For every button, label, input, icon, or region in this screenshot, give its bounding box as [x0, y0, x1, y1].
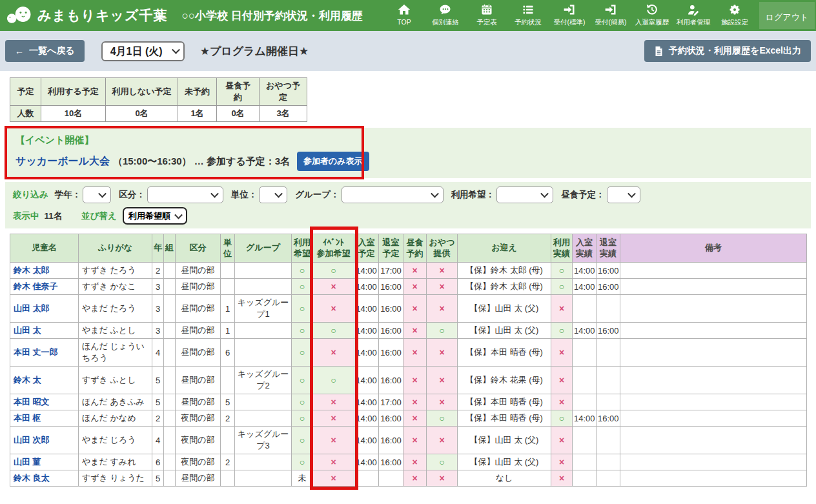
- main-nav: TOP個別連絡予定表予約状況受付(標準)受付(簡易)入退室履歴利用者管理施設設定: [383, 0, 755, 31]
- cell-out_plan: 16:00: [379, 427, 403, 454]
- cell-out_plan: 16:00: [379, 410, 403, 427]
- nav-item-label: 受付(簡易): [595, 18, 627, 27]
- filter-select-4[interactable]: [496, 186, 553, 203]
- cell-out_act: [597, 394, 620, 410]
- col-header-name: 児童名: [10, 234, 79, 263]
- nav-item-3[interactable]: 予約状況: [507, 0, 549, 31]
- sort-label: 並び替え: [81, 210, 117, 222]
- filter-select-3[interactable]: [342, 186, 444, 203]
- summary-header-row: 予定利用する予定利用しない予定未予約昼食予約おやつ予定: [10, 78, 307, 106]
- cell-in_plan: 14:00: [354, 394, 379, 410]
- col-header-snack: おやつ 提供: [427, 234, 458, 263]
- cell-year: 5: [152, 470, 164, 487]
- cell-unit: 6: [221, 339, 235, 367]
- cell-out_plan: 16:00: [379, 279, 403, 295]
- table-row: 山田 太郎やまだ たろう3昼間の部1キッズグループ1○×14:0016:00××…: [10, 295, 807, 323]
- cell-event: ×: [313, 470, 354, 487]
- nav-item-5[interactable]: 受付(簡易): [590, 0, 631, 31]
- cell-lunch: ×: [403, 279, 427, 295]
- col-header-out_plan: 退室 予定: [379, 234, 403, 263]
- nav-item-0[interactable]: TOP: [383, 0, 425, 31]
- cell-event: ×: [313, 394, 354, 410]
- nav-item-4[interactable]: 受付(標準): [549, 0, 590, 31]
- summary-header-cell: 予定: [10, 78, 41, 106]
- cell-wish: ○: [292, 279, 313, 295]
- filter-label-1: 区分：: [119, 189, 145, 201]
- filter-select-1[interactable]: [147, 186, 223, 203]
- sort-row: 表示中 11名 並び替え 利用希望順: [13, 207, 803, 225]
- excel-export-button[interactable]: 予約状況・利用履歴をExcel出力: [644, 40, 811, 62]
- col-header-note: 備考: [620, 234, 807, 263]
- nav-item-8[interactable]: 施設設定: [714, 0, 755, 31]
- cell-unit: [221, 427, 235, 454]
- cell-name[interactable]: 本田 丈一郎: [10, 339, 79, 367]
- cell-year: 3: [152, 295, 164, 323]
- cell-pickup: 【保】山田 太 (父): [458, 323, 551, 339]
- cell-group: キッズグループ3: [235, 427, 292, 454]
- cell-snack: ×: [427, 427, 458, 454]
- filter-select-0[interactable]: [83, 186, 111, 203]
- summary-value-row: 人数10名0名1名0名3名: [10, 106, 307, 122]
- cell-kana: ほんだ かなめ: [79, 410, 152, 427]
- page-title: ○○小学校 日付別予約状況・利用履歴: [181, 8, 362, 23]
- cell-unit: [221, 367, 235, 394]
- cell-in_act: [573, 339, 597, 367]
- filter-select-wrap: [259, 186, 287, 203]
- cell-kana: やまだ たろう: [79, 295, 152, 323]
- cell-cls: [164, 263, 176, 279]
- cell-name[interactable]: 鈴木 太郎: [10, 263, 79, 279]
- cell-lunch: ×: [403, 454, 427, 470]
- col-header-year: 年: [152, 234, 164, 263]
- nav-item-2[interactable]: 予定表: [466, 0, 507, 31]
- cell-note: [620, 295, 807, 323]
- cell-snack: ×: [427, 295, 458, 323]
- cell-name[interactable]: 本田 昭文: [10, 394, 79, 410]
- cell-name[interactable]: 山田 太: [10, 323, 79, 339]
- back-button[interactable]: ← 一覧へ戻る: [5, 40, 85, 62]
- event-name-link[interactable]: サッカーボール大会: [15, 155, 110, 168]
- cell-kubun: 昼間の部: [176, 470, 221, 487]
- filter-select-2[interactable]: [259, 186, 287, 203]
- cell-year: 2: [152, 410, 164, 427]
- nav-item-label: 入退室履歴: [635, 18, 669, 27]
- cell-out_plan: [379, 470, 403, 487]
- app-logo[interactable]: みまもりキッズ千葉: [6, 5, 167, 26]
- cell-name[interactable]: 鈴木 良太: [10, 470, 79, 487]
- cell-wish: ○: [292, 367, 313, 394]
- cell-group: [235, 454, 292, 470]
- toolbar: ← 一覧へ戻る 4月1日 (火) ★プログラム開催日★ 予約状: [0, 31, 816, 71]
- cell-name[interactable]: 山田 太郎: [10, 295, 79, 323]
- cell-kana: すずき たろう: [79, 263, 152, 279]
- nav-item-1[interactable]: 個別連絡: [425, 0, 466, 31]
- cell-lunch: ×: [403, 394, 427, 410]
- cell-name[interactable]: 鈴木 太: [10, 367, 79, 394]
- cell-snack: ×: [427, 263, 458, 279]
- date-select[interactable]: 4月1日 (火): [101, 41, 185, 61]
- cell-name[interactable]: 山田 菫: [10, 454, 79, 470]
- col-header-event: ｲﾍﾞﾝﾄ 参加希望: [313, 234, 354, 263]
- table-row: 鈴木 佳奈子すずき かなこ3昼間の部○×14:0016:00××【保】鈴木 太郎…: [10, 279, 807, 295]
- cell-event: ○: [313, 263, 354, 279]
- cell-note: [620, 263, 807, 279]
- cell-event: ○: [313, 367, 354, 394]
- cell-in_act: [573, 367, 597, 394]
- sort-select[interactable]: 利用希望順: [123, 207, 187, 225]
- cell-kana: やまだ すみれ: [79, 454, 152, 470]
- cell-name[interactable]: 山田 次郎: [10, 427, 79, 454]
- cell-name[interactable]: 鈴木 佳奈子: [10, 279, 79, 295]
- cell-kubun: 夜間の部: [176, 427, 221, 454]
- cell-group: キッズグループ2: [235, 367, 292, 394]
- nav-item-7[interactable]: 利用者管理: [673, 0, 714, 31]
- cell-year: 5: [152, 367, 164, 394]
- logout-button[interactable]: ログアウト: [759, 2, 815, 29]
- cell-result: ×: [551, 427, 573, 454]
- show-participants-button[interactable]: 参加者のみ表示: [297, 152, 369, 171]
- filter-select-5[interactable]: [607, 186, 640, 203]
- cell-result: ×: [551, 454, 573, 470]
- summary-header-cell: 未予約: [178, 78, 217, 106]
- cell-kubun: 夜間の部: [176, 410, 221, 427]
- nav-item-6[interactable]: 入退室履歴: [631, 0, 673, 31]
- cell-name[interactable]: 本田 枢: [10, 410, 79, 427]
- cell-kubun: 昼間の部: [176, 394, 221, 410]
- summary-table: 予定利用する予定利用しない予定未予約昼食予約おやつ予定人数10名0名1名0名3名: [10, 77, 307, 122]
